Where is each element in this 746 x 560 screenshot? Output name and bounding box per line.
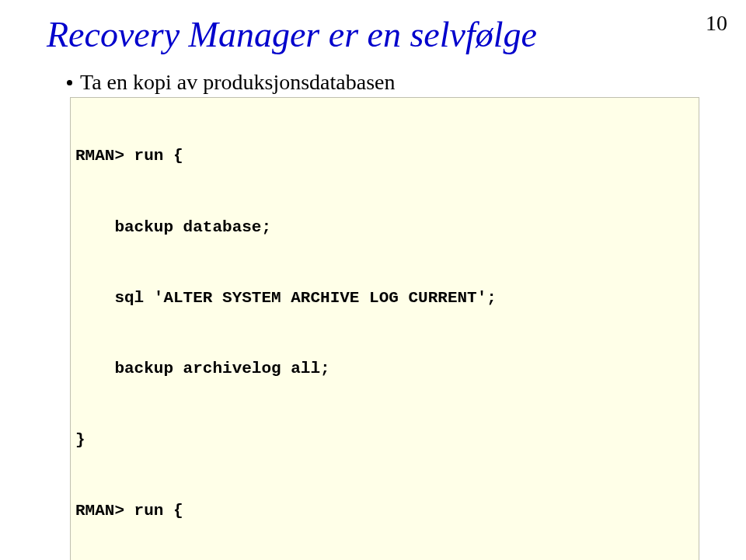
bullet-1: Ta en kopi av produksjonsdatabasen	[67, 69, 707, 96]
code-line: backup database;	[75, 216, 694, 239]
slide: 10 Recovery Manager er en selvfølge Ta e…	[0, 0, 746, 560]
code-block-1: RMAN> run { backup database; sql 'ALTER …	[70, 97, 699, 560]
code-line: RMAN> run {	[75, 499, 694, 523]
code-line: }	[75, 429, 694, 452]
bullet-dot-icon	[67, 80, 72, 85]
slide-title: Recovery Manager er en selvfølge	[47, 14, 707, 55]
code-line: sql 'ALTER SYSTEM ARCHIVE LOG CURRENT';	[75, 287, 694, 310]
bullet-1-text: Ta en kopi av produksjonsdatabasen	[80, 69, 396, 96]
code-line: RMAN> run {	[75, 144, 694, 168]
code-line: backup archivelog all;	[75, 357, 694, 381]
page-number: 10	[706, 11, 727, 36]
